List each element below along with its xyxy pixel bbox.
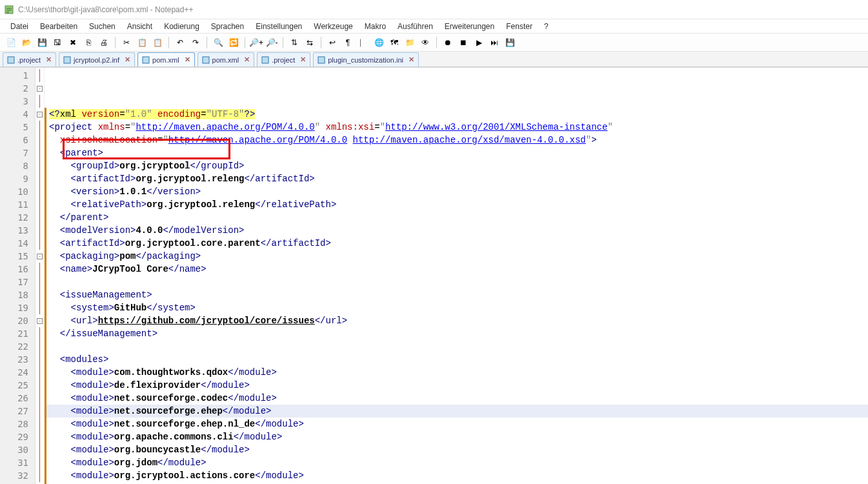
tab-close-icon[interactable]: ✕	[46, 55, 52, 64]
menu-werkzeuge[interactable]: Werkzeuge	[308, 21, 358, 32]
show-all-icon[interactable]: ¶	[341, 35, 355, 50]
cut-icon[interactable]: ✂	[119, 35, 134, 50]
fold-row[interactable]	[35, 379, 44, 392]
fold-row[interactable]	[35, 211, 44, 224]
line-number[interactable]: 16	[0, 263, 35, 276]
code-line-23[interactable]: <module>net.sourceforge.codec</module>	[45, 392, 868, 405]
fold-row[interactable]: -	[35, 250, 44, 263]
code-line-24[interactable]: <module>net.sourceforge.ehep</module>	[45, 405, 868, 418]
tab-close-icon[interactable]: ✕	[244, 55, 250, 64]
code-line-25[interactable]: <module>net.sourceforge.ehep.nl_de</modu…	[45, 418, 868, 430]
line-number[interactable]: 23	[0, 353, 35, 366]
code-line-2[interactable]: <project xmlns="http://maven.apache.org/…	[45, 121, 868, 134]
tab-5[interactable]: plugin_customization.ini✕	[313, 52, 419, 66]
replace-icon[interactable]: 🔁	[227, 35, 241, 50]
fold-margin[interactable]: ----	[35, 68, 45, 484]
code-line-4[interactable]: <parent>	[45, 146, 868, 159]
tab-4[interactable]: .project✕	[257, 52, 310, 66]
menu-ausführen[interactable]: Ausführen	[392, 21, 438, 32]
line-number[interactable]: 7	[0, 146, 35, 159]
code-line-28[interactable]: <module>org.jdom</module>	[45, 456, 868, 469]
fold-row[interactable]	[35, 121, 44, 134]
sync-v-icon[interactable]: ⇅	[287, 35, 301, 50]
menu-fenster[interactable]: Fenster	[501, 21, 538, 32]
close-all-icon[interactable]: ⎘	[81, 35, 96, 50]
code-line-1[interactable]: <?xml version="1.0" encoding="UTF-8"?>	[45, 108, 868, 121]
open-folder-icon[interactable]: 📂	[19, 35, 34, 50]
code-line-3[interactable]: xsi:schemaLocation="http://maven.apache.…	[45, 134, 868, 146]
code-line-20[interactable]: <modules>	[45, 353, 868, 366]
copy-icon[interactable]: 📋	[135, 35, 149, 50]
code-line-26[interactable]: <module>org.apache.commons.cli</module>	[45, 430, 868, 443]
fold-row[interactable]	[35, 340, 44, 353]
fold-row[interactable]	[35, 430, 44, 443]
code-line-6[interactable]: <artifactId>org.jcryptool.releng</artifa…	[45, 172, 868, 185]
line-number[interactable]: 15	[0, 250, 35, 263]
line-number[interactable]: 8	[0, 159, 35, 172]
new-file-icon[interactable]: 📄	[4, 35, 18, 50]
fold-toggle-icon[interactable]: -	[37, 112, 43, 117]
fold-row[interactable]: -	[35, 108, 44, 121]
fold-row[interactable]	[35, 95, 44, 108]
undo-icon[interactable]: ↶	[173, 35, 187, 50]
fold-row[interactable]	[35, 276, 44, 288]
line-number[interactable]: 29	[0, 430, 35, 443]
line-number[interactable]: 17	[0, 276, 35, 288]
line-number[interactable]: 20	[0, 314, 35, 327]
menu-makro[interactable]: Makro	[359, 21, 391, 32]
menu-?[interactable]: ?	[539, 21, 554, 32]
fold-row[interactable]	[35, 237, 44, 250]
fold-row[interactable]	[35, 224, 44, 237]
lang-icon[interactable]: 🌐	[372, 35, 386, 50]
code-line-27[interactable]: <module>org.bouncycastle</module>	[45, 443, 868, 456]
code-line-8[interactable]: <relativePath>org.jcryptool.releng</rela…	[45, 198, 868, 211]
menu-suchen[interactable]: Suchen	[84, 21, 121, 32]
code-line-21[interactable]: <module>com.thoughtworks.qdox</module>	[45, 366, 868, 379]
line-number[interactable]: 28	[0, 418, 35, 430]
record-icon[interactable]: ⏺	[441, 35, 455, 50]
fold-row[interactable]	[35, 159, 44, 172]
fold-row[interactable]	[35, 418, 44, 430]
code-line-14[interactable]	[45, 276, 868, 288]
fold-row[interactable]	[35, 172, 44, 185]
code-line-7[interactable]: <version>1.0.1</version>	[45, 185, 868, 198]
save-macro-icon[interactable]: 💾	[503, 35, 517, 50]
stop-icon[interactable]: ⏹	[456, 35, 470, 50]
code-line-29[interactable]: <module>org.jcryptool.actions.core</modu…	[45, 469, 868, 482]
tab-0[interactable]: .project✕	[3, 52, 56, 66]
play-multi-icon[interactable]: ⏭	[487, 35, 501, 50]
wordwrap-icon[interactable]: ↩	[325, 35, 339, 50]
line-number[interactable]: 11	[0, 198, 35, 211]
close-icon[interactable]: ✖	[66, 35, 80, 50]
tab-2[interactable]: pom.xml✕	[137, 52, 195, 66]
fold-row[interactable]	[35, 288, 44, 301]
menu-sprachen[interactable]: Sprachen	[206, 21, 249, 32]
line-number[interactable]: 25	[0, 379, 35, 392]
menu-kodierung[interactable]: Kodierung	[159, 21, 205, 32]
find-icon[interactable]: 🔍	[211, 35, 225, 50]
fold-row[interactable]	[35, 146, 44, 159]
menu-erweiterungen[interactable]: Erweiterungen	[439, 21, 500, 32]
doc-map-icon[interactable]: 🗺	[387, 35, 401, 50]
folder-workspace-icon[interactable]: 📁	[403, 35, 417, 50]
menu-einstellungen[interactable]: Einstellungen	[250, 21, 307, 32]
line-number[interactable]: 5	[0, 121, 35, 134]
fold-row[interactable]	[35, 443, 44, 456]
menu-datei[interactable]: Datei	[5, 21, 34, 32]
paste-icon[interactable]: 📋	[150, 35, 165, 50]
line-number[interactable]: 10	[0, 185, 35, 198]
line-number[interactable]: 30	[0, 443, 35, 456]
code-line-9[interactable]: </parent>	[45, 211, 868, 224]
code-line-22[interactable]: <module>de.flexiprovider</module>	[45, 379, 868, 392]
line-number[interactable]: 3	[0, 95, 35, 108]
tab-close-icon[interactable]: ✕	[185, 55, 190, 64]
print-icon[interactable]: 🖨	[97, 35, 111, 50]
play-icon[interactable]: ▶	[472, 35, 486, 50]
line-number[interactable]: 21	[0, 327, 35, 340]
fold-row[interactable]	[35, 456, 44, 469]
fold-toggle-icon[interactable]: -	[37, 318, 43, 324]
line-number-gutter[interactable]: 1234567891011121314151617181920212223242…	[0, 68, 35, 484]
line-number[interactable]: 27	[0, 405, 35, 418]
fold-row[interactable]	[35, 353, 44, 366]
fold-row[interactable]: -	[35, 82, 44, 95]
